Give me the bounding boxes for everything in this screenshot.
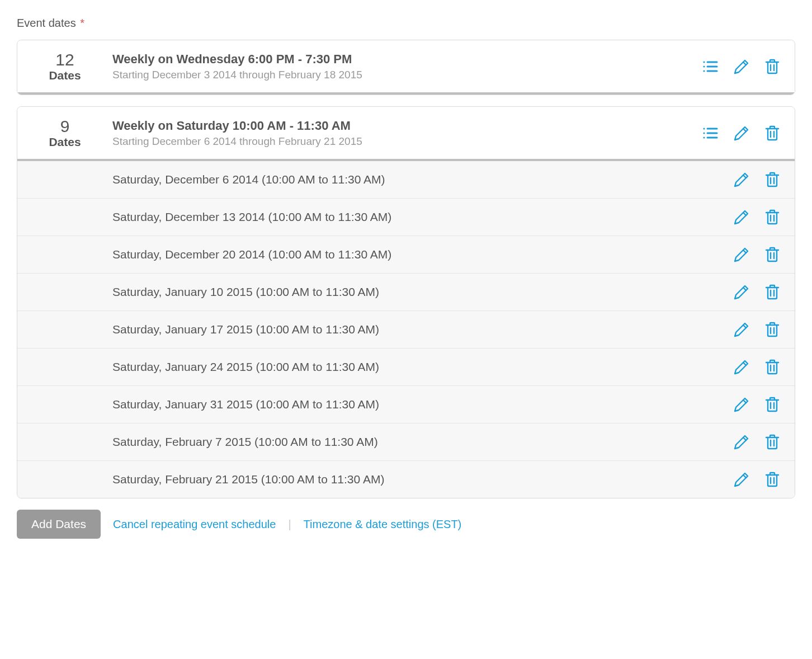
schedule-title: Weekly on Wednesday 6:00 PM - 7:30 PM <box>112 52 701 67</box>
edit-icon[interactable] <box>732 357 751 376</box>
date-actions <box>732 470 781 489</box>
svg-line-32 <box>743 288 746 290</box>
edit-icon[interactable] <box>732 57 751 76</box>
delete-icon[interactable] <box>763 283 781 302</box>
footer-actions: Add Dates Cancel repeating event schedul… <box>17 510 795 539</box>
delete-icon[interactable] <box>763 357 781 376</box>
schedule-count-number: 12 <box>17 50 112 69</box>
date-actions <box>732 357 781 376</box>
delete-icon[interactable] <box>763 320 781 339</box>
edit-icon[interactable] <box>732 245 751 264</box>
list-icon[interactable] <box>701 124 720 142</box>
date-text: Saturday, December 6 2014 (10:00 AM to 1… <box>112 173 732 186</box>
schedule-card: 9 Dates Weekly on Saturday 10:00 AM - 11… <box>17 106 795 498</box>
date-text: Saturday, January 10 2015 (10:00 AM to 1… <box>112 285 732 299</box>
date-actions <box>732 208 781 227</box>
schedule-info: Weekly on Wednesday 6:00 PM - 7:30 PM St… <box>112 52 701 81</box>
svg-line-20 <box>743 175 746 178</box>
section-label-text: Event dates <box>17 17 76 29</box>
schedule-count-number: 9 <box>17 117 112 135</box>
date-actions <box>732 432 781 451</box>
add-dates-button[interactable]: Add Dates <box>17 510 101 539</box>
date-row: Saturday, January 24 2015 (10:00 AM to 1… <box>17 349 795 386</box>
schedule-header: 9 Dates Weekly on Saturday 10:00 AM - 11… <box>17 107 795 161</box>
delete-icon[interactable] <box>763 124 781 143</box>
svg-line-44 <box>743 400 746 403</box>
schedule-actions <box>701 57 781 76</box>
schedule-header: 12 Dates Weekly on Wednesday 6:00 PM - 7… <box>17 40 795 95</box>
date-actions <box>732 245 781 264</box>
schedule-count: 9 Dates <box>17 117 112 149</box>
edit-icon[interactable] <box>732 470 751 489</box>
schedule-actions <box>701 124 781 143</box>
date-text: Saturday, January 17 2015 (10:00 AM to 1… <box>112 323 732 336</box>
svg-line-52 <box>743 475 746 478</box>
svg-point-12 <box>703 132 705 134</box>
list-icon[interactable] <box>701 58 720 76</box>
svg-line-16 <box>743 129 746 131</box>
edit-icon[interactable] <box>732 283 751 302</box>
svg-line-24 <box>743 213 746 215</box>
date-actions <box>732 170 781 189</box>
delete-icon[interactable] <box>763 470 781 489</box>
date-row: Saturday, February 7 2015 (10:00 AM to 1… <box>17 423 795 461</box>
svg-line-6 <box>743 62 746 65</box>
date-row: Saturday, December 13 2014 (10:00 AM to … <box>17 199 795 236</box>
date-row: Saturday, December 6 2014 (10:00 AM to 1… <box>17 161 795 199</box>
edit-icon[interactable] <box>732 395 751 414</box>
date-actions <box>732 320 781 339</box>
cancel-repeating-link[interactable]: Cancel repeating event schedule <box>113 518 276 531</box>
svg-point-14 <box>703 136 705 138</box>
edit-icon[interactable] <box>732 432 751 451</box>
timezone-settings-link[interactable]: Timezone & date settings (EST) <box>304 518 462 531</box>
schedule-count-label: Dates <box>17 69 112 82</box>
date-row: Saturday, January 10 2015 (10:00 AM to 1… <box>17 274 795 311</box>
svg-point-2 <box>703 65 705 67</box>
date-row: Saturday, December 20 2014 (10:00 AM to … <box>17 236 795 274</box>
date-row: Saturday, February 21 2015 (10:00 AM to … <box>17 461 795 498</box>
delete-icon[interactable] <box>763 395 781 414</box>
date-text: Saturday, December 13 2014 (10:00 AM to … <box>112 210 732 224</box>
date-row: Saturday, January 17 2015 (10:00 AM to 1… <box>17 311 795 349</box>
svg-line-28 <box>743 250 746 253</box>
schedule-card: 12 Dates Weekly on Wednesday 6:00 PM - 7… <box>17 40 795 95</box>
date-text: Saturday, January 24 2015 (10:00 AM to 1… <box>112 360 732 374</box>
svg-point-10 <box>703 128 705 129</box>
svg-line-40 <box>743 363 746 365</box>
divider: | <box>288 518 291 531</box>
date-row: Saturday, January 31 2015 (10:00 AM to 1… <box>17 386 795 423</box>
date-text: Saturday, December 20 2014 (10:00 AM to … <box>112 248 732 261</box>
date-actions <box>732 283 781 302</box>
edit-icon[interactable] <box>732 124 751 143</box>
schedule-count-label: Dates <box>17 135 112 149</box>
date-text: Saturday, February 21 2015 (10:00 AM to … <box>112 473 732 486</box>
required-asterisk: * <box>80 17 84 29</box>
delete-icon[interactable] <box>763 170 781 189</box>
svg-point-4 <box>703 70 705 72</box>
delete-icon[interactable] <box>763 432 781 451</box>
date-text: Saturday, February 7 2015 (10:00 AM to 1… <box>112 435 732 449</box>
edit-icon[interactable] <box>732 208 751 227</box>
svg-line-36 <box>743 325 746 328</box>
svg-line-48 <box>743 437 746 440</box>
schedule-title: Weekly on Saturday 10:00 AM - 11:30 AM <box>112 119 701 133</box>
delete-icon[interactable] <box>763 245 781 264</box>
delete-icon[interactable] <box>763 208 781 227</box>
section-label: Event dates * <box>17 17 795 30</box>
schedule-info: Weekly on Saturday 10:00 AM - 11:30 AM S… <box>112 119 701 148</box>
edit-icon[interactable] <box>732 320 751 339</box>
date-text: Saturday, January 31 2015 (10:00 AM to 1… <box>112 398 732 411</box>
edit-icon[interactable] <box>732 170 751 189</box>
date-actions <box>732 395 781 414</box>
schedule-subtitle: Starting December 3 2014 through Februar… <box>112 69 701 81</box>
schedule-count: 12 Dates <box>17 50 112 82</box>
schedule-subtitle: Starting December 6 2014 through Februar… <box>112 135 701 148</box>
svg-point-0 <box>703 61 705 63</box>
delete-icon[interactable] <box>763 57 781 76</box>
